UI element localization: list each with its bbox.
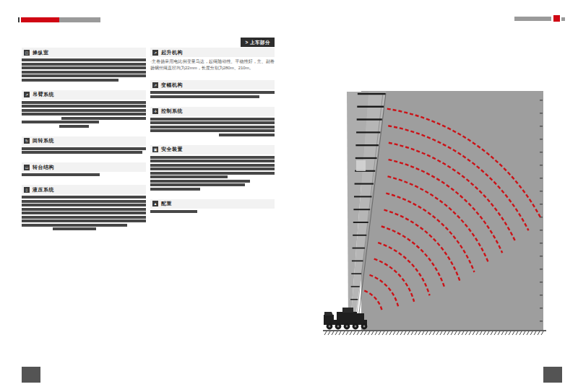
text-line: [22, 113, 146, 116]
header-right-gray-bar: [514, 17, 551, 21]
text-line: [22, 196, 146, 199]
section-slewing: ↻回转系统: [22, 136, 146, 154]
text-line: [22, 66, 146, 69]
text-line: [22, 105, 146, 108]
section-header: ⇗吊臂系统: [22, 90, 146, 100]
text-line: [22, 216, 146, 219]
section-header: ⇗起升机构: [150, 48, 275, 57]
crane-load-chart-diagram: [321, 79, 553, 339]
text-line: [22, 79, 118, 82]
text-line: [150, 121, 275, 124]
text-line: [59, 125, 89, 128]
text-line: [53, 227, 96, 230]
section-body-textblock: [150, 210, 275, 213]
section-header: ▭转台结构: [22, 162, 146, 172]
section-title: 回转系统: [33, 137, 54, 144]
text-line: [150, 91, 275, 94]
page-number-block: [22, 367, 40, 383]
text-line: [22, 109, 146, 112]
section-header: ⇗变幅机构: [150, 80, 275, 90]
boom-label-patch: [356, 160, 366, 171]
brand-red-bar: [21, 17, 59, 22]
section-body-textblock: [22, 147, 146, 154]
page-number-block: [543, 367, 562, 383]
section-header: ◫操纵室: [22, 48, 146, 57]
counterweight-icon: ▲: [152, 201, 158, 206]
section-title: 吊臂系统: [33, 91, 54, 98]
section-turntable: ▭转台结构: [22, 162, 146, 176]
section-hoist: ⇗起升机构·主卷扬采用电比例变量马达，起绳随动性、平稳性好，主、副卷扬钢丝绳直径…: [150, 48, 275, 71]
text-line: [150, 160, 275, 162]
text-line: [22, 204, 146, 206]
boom-icon: ⇗: [24, 92, 30, 97]
section-title: 变幅机构: [161, 82, 183, 89]
section-body-textblock: [150, 91, 275, 98]
section-body-textblock: [22, 196, 146, 230]
section-header: ✛控制系统: [150, 107, 275, 116]
crane-carrier-illustration: [324, 308, 367, 329]
text-line: [150, 167, 275, 170]
brand-gray-bar: [59, 17, 100, 22]
section-header: ▣安全装置: [150, 145, 275, 154]
section-control: ✛控制系统: [150, 107, 275, 136]
slewing-icon: ↻: [24, 138, 30, 144]
text-line: [22, 101, 146, 104]
section-body-textblock: [150, 156, 275, 191]
section-cab: ◫操纵室: [22, 48, 146, 82]
section-body-textblock: [22, 101, 146, 128]
turntable-icon: ▭: [24, 165, 30, 170]
text-line: [22, 173, 100, 176]
text-line: [22, 121, 99, 123]
right-text-column: ⇗起升机构·主卷扬采用电比例变量马达，起绳随动性、平稳性好，主、副卷扬钢丝绳直径…: [150, 48, 275, 222]
text-line: [150, 156, 275, 159]
section-title: 液压系统: [33, 186, 54, 193]
text-line: [150, 180, 250, 183]
text-line: [150, 210, 197, 213]
text-line: [150, 129, 275, 132]
text-line: [150, 175, 228, 178]
text-line: [61, 117, 146, 120]
text-line: [22, 74, 146, 77]
section-title: 安全装置: [161, 146, 183, 153]
section-hydraulic: ▯液压系统: [22, 185, 146, 230]
section-body-textblock: [22, 58, 146, 82]
hoist-icon: ⇗: [152, 50, 158, 56]
section-boom: ⇗吊臂系统: [22, 90, 146, 128]
hydraulic-icon: ▯: [24, 187, 30, 193]
section-luffing: ⇗变幅机构: [150, 80, 275, 98]
header-tick: [18, 17, 20, 22]
safety-icon: ▣: [152, 147, 158, 152]
text-line: [150, 118, 275, 121]
section-title: 操纵室: [33, 49, 49, 56]
text-line: [22, 200, 146, 203]
upper-works-badge: > 上车部分: [241, 38, 275, 47]
section-header: ▯液压系统: [22, 185, 146, 194]
section-title: 转台结构: [33, 164, 54, 171]
section-header: ↻回转系统: [22, 136, 146, 146]
section-body-textblock: [22, 173, 146, 176]
section-safety: ▣安全装置: [150, 145, 275, 191]
section-body-text: ·主卷扬采用电比例变量马达，起绳随动性、平稳性好，主、副卷扬钢丝绳直径均为22m…: [150, 58, 275, 71]
section-counterweight: ▲配重: [150, 199, 275, 213]
control-icon: ✛: [152, 108, 158, 114]
ground-line: [323, 331, 546, 335]
left-text-column: ◫操纵室⇗吊臂系统↻回转系统▭转台结构▯液压系统: [22, 48, 146, 239]
section-header: ▲配重: [150, 199, 275, 209]
cab-icon: ◫: [24, 50, 30, 56]
section-title: 控制系统: [161, 108, 183, 115]
section-title: 配重: [161, 200, 172, 207]
header-right-red-mark: [553, 15, 560, 22]
header-right-gray-mark: [561, 17, 565, 21]
text-line: [22, 71, 146, 74]
text-line: [22, 63, 146, 66]
text-line: [22, 58, 146, 61]
text-line: [150, 126, 275, 129]
text-line: [219, 134, 275, 136]
text-line: [22, 151, 142, 154]
text-line: [22, 224, 127, 227]
text-line: [150, 183, 245, 186]
text-line: [150, 95, 259, 98]
text-line: [22, 212, 146, 214]
luffing-icon: ⇗: [152, 82, 158, 88]
section-title: 起升机构: [161, 49, 183, 56]
